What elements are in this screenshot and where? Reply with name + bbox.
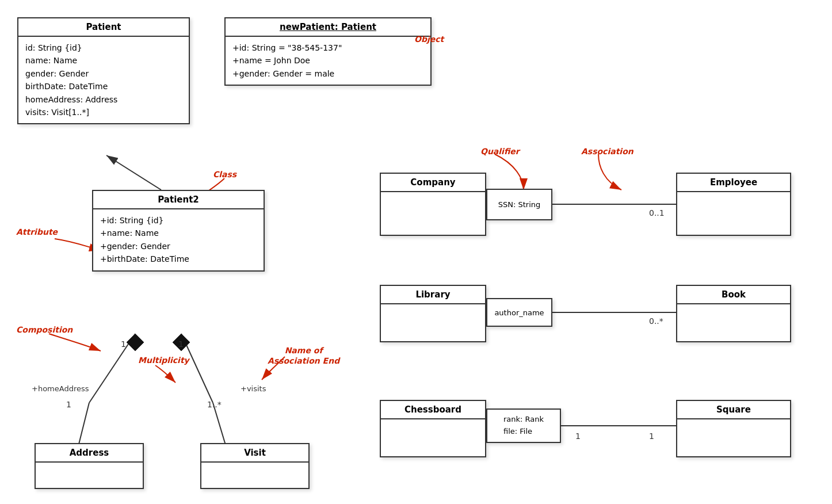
- qualifier-label: Qualifier: [480, 147, 520, 156]
- object-label: Object: [414, 35, 444, 44]
- new-patient-attr-2: +name = John Doe: [232, 54, 423, 67]
- chessboard-box: Chessboard: [380, 400, 486, 457]
- patient2-attr-2: +name: Name: [100, 227, 257, 239]
- author-qualifier-box: author_name: [486, 298, 552, 327]
- employee-header: Employee: [677, 174, 790, 192]
- diagram-container: Patient id: String {id} name: Name gende…: [0, 0, 832, 504]
- patient-attr-5: homeAddress: Address: [25, 93, 182, 106]
- company-body: [381, 192, 485, 201]
- patient-attr-2: name: Name: [25, 54, 182, 67]
- class-label: Class: [213, 170, 236, 179]
- new-patient-body: +id: String = "38-545-137" +name = John …: [226, 37, 430, 85]
- book-mult: 0..*: [649, 316, 663, 326]
- composition-label: Composition: [16, 325, 72, 334]
- address-header: Address: [36, 444, 143, 463]
- book-body: [677, 304, 790, 314]
- chessboard-body: [381, 419, 485, 429]
- patient-header: Patient: [18, 18, 189, 37]
- library-body: [381, 304, 485, 314]
- company-box: Company: [380, 173, 486, 236]
- chess-mult-1b: 1: [649, 432, 654, 441]
- new-patient-attr-3: +gender: Gender = male: [232, 67, 423, 80]
- patient-attr-4: birthDate: DateTime: [25, 80, 182, 93]
- employee-mult: 0..1: [649, 208, 665, 217]
- employee-body: [677, 192, 790, 201]
- svg-line-2: [89, 334, 135, 403]
- chess-qualifier-label: rank: Rank file: File: [503, 414, 544, 438]
- home-address-label: +homeAddress: [32, 384, 89, 393]
- address-body: [36, 463, 143, 472]
- attribute-label: Attribute: [16, 227, 58, 236]
- patient-attr-6: visits: Visit[1..*]: [25, 106, 182, 119]
- svg-line-5: [181, 334, 213, 403]
- multiplicity-label-text: Multiplicity: [138, 356, 189, 365]
- book-header: Book: [677, 286, 790, 304]
- visit-header: Visit: [201, 444, 308, 463]
- chess-qualifier-box: rank: Rank file: File: [486, 408, 561, 443]
- patient-body: id: String {id} name: Name gender: Gende…: [18, 37, 189, 123]
- ssn-qualifier-label: SSN: String: [498, 200, 541, 209]
- patient-attr-1: id: String {id}: [25, 41, 182, 54]
- chess-mult-1a: 1: [575, 432, 581, 441]
- new-patient-attr-1: +id: String = "38-545-137": [232, 41, 423, 54]
- new-patient-box: newPatient: Patient +id: String = "38-54…: [224, 17, 432, 86]
- chessboard-header: Chessboard: [381, 401, 485, 419]
- square-body: [677, 419, 790, 429]
- employee-box: Employee: [676, 173, 791, 236]
- book-box: Book: [676, 285, 791, 342]
- author-qualifier-label: author_name: [494, 308, 544, 317]
- square-header: Square: [677, 401, 790, 419]
- new-patient-header: newPatient: Patient: [226, 18, 430, 37]
- patient2-attr-4: +birthDate: DateTime: [100, 253, 257, 265]
- mult-p2-visit-1: 1: [178, 339, 184, 349]
- address-box: Address: [35, 443, 144, 489]
- name-of-assoc-end-label: Name ofAssociation End: [268, 345, 339, 366]
- patient2-body: +id: String {id} +name: Name +gender: Ge…: [93, 209, 264, 270]
- patient2-box: Patient2 +id: String {id} +name: Name +g…: [92, 190, 265, 272]
- patient2-attr-1: +id: String {id}: [100, 214, 257, 227]
- library-header: Library: [381, 286, 485, 304]
- company-header: Company: [381, 174, 485, 192]
- mult-p2-visit-star: 1..*: [207, 400, 222, 409]
- visits-label: +visits: [241, 384, 266, 393]
- svg-marker-4: [127, 334, 144, 351]
- mult-p2-addr-1: 1: [121, 339, 126, 349]
- library-box: Library: [380, 285, 486, 342]
- visit-box: Visit: [200, 443, 310, 489]
- ssn-qualifier-box: SSN: String: [486, 189, 552, 220]
- patient-box: Patient id: String {id} name: Name gende…: [17, 17, 190, 124]
- mult-p2-addr-bottom: 1: [66, 400, 71, 409]
- visit-body: [201, 463, 308, 472]
- patient-attr-3: gender: Gender: [25, 67, 182, 80]
- patient2-attr-3: +gender: Gender: [100, 240, 257, 253]
- patient2-header: Patient2: [93, 191, 264, 209]
- association-label: Association: [581, 147, 633, 156]
- square-box: Square: [676, 400, 791, 457]
